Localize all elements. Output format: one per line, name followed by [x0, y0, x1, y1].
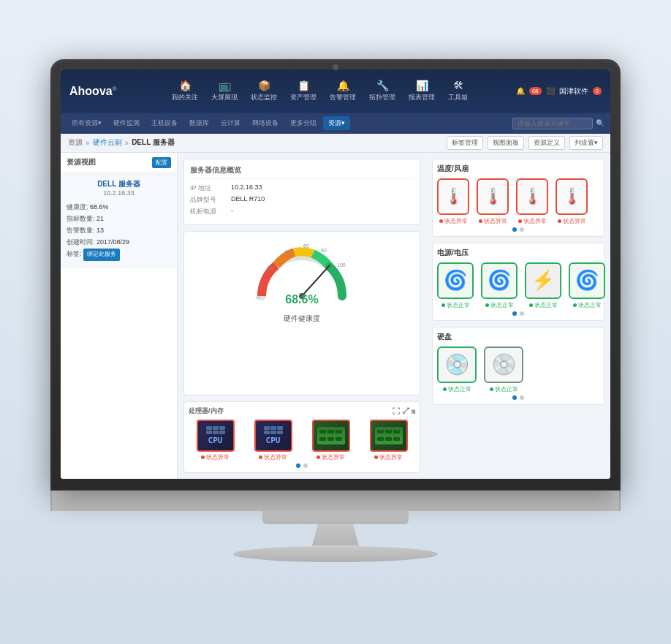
ram-item-2: 状态异常 [362, 420, 415, 461]
temperature-fan-items: 🌡️ 状态异常 🌡️ [437, 178, 599, 225]
ram-1-status: 状态异常 [316, 453, 345, 461]
sub-nav-search: 🔍 [512, 118, 604, 129]
dot-1 [296, 463, 300, 468]
sidebar-config-btn[interactable]: 配置 [152, 157, 171, 168]
dot-p2 [520, 311, 524, 316]
cpu-2-status: 状态异常 [259, 453, 287, 461]
thermo-item-4: 🌡️ 状态异常 [556, 178, 588, 225]
screen-icon-right: ⬛ [546, 87, 555, 95]
thermo-2-status: 状态异常 [479, 217, 507, 225]
fan-icon-3: 🌀 [569, 262, 605, 299]
center-panel: 服务器信息概览 IP 地址 10.2.16.33 品牌型号 DELL R710 … [178, 153, 426, 479]
sub-nav-database[interactable]: 数据库 [184, 116, 214, 130]
sidebar: 资源视图 配置 DELL 服务器 10.2.16.33 健康度: 68.6% 指… [61, 153, 178, 479]
disk-section: 硬盘 💿 状态正常 💿 [432, 327, 604, 405]
fan-1-status: 状态正常 [441, 301, 470, 309]
view-panel-btn[interactable]: 视图面板 [488, 136, 524, 150]
sub-nav-cloud[interactable]: 云计算 [216, 116, 246, 130]
nav-repair-manage[interactable]: 🔧 拓扑管理 [363, 77, 401, 105]
disk-items: 💿 状态正常 💿 状态正常 [437, 346, 599, 393]
header-right: 🔔 68 ⬛ 国津软件 0 [516, 86, 602, 96]
nav-asset-manage[interactable]: 📋 资产管理 [284, 77, 322, 105]
nav-my-focus[interactable]: 🏠 我的关注 [166, 77, 204, 105]
ram-icon-1 [312, 420, 350, 452]
processor-dots [189, 463, 415, 468]
disk-2-status: 状态正常 [490, 385, 518, 393]
svg-text:20: 20 [267, 265, 273, 270]
search-input[interactable] [512, 118, 593, 129]
nav-report-manage[interactable]: 📊 报表管理 [403, 77, 441, 105]
stat-tags: 标签: 绑定此服务 [67, 248, 171, 260]
disk-icon-2: 💿 [484, 346, 523, 383]
search-icon[interactable]: 🔍 [596, 119, 604, 127]
svg-text:60: 60 [303, 243, 309, 249]
user-badge: 0 [593, 87, 602, 95]
svg-text:100: 100 [337, 262, 346, 268]
alarm-icon: 🔔 [337, 80, 349, 91]
dot-p1 [512, 311, 517, 316]
col-settings-btn[interactable]: 列设置▾ [569, 136, 603, 150]
notification-icon[interactable]: 🔔 [516, 87, 525, 95]
nav-status-monitor[interactable]: 📦 状态监控 [245, 77, 283, 105]
expand-icon[interactable]: ⛶ ⤢ ⊞ [393, 407, 415, 415]
breadcrumb-hardware[interactable]: 硬件云副 [93, 137, 122, 148]
asset-icon: 📋 [297, 80, 310, 91]
nav-tools[interactable]: 🛠 工具箱 [442, 77, 474, 105]
tag-btn[interactable]: 绑定此服务 [83, 249, 120, 260]
disk-1-status: 状态正常 [443, 385, 471, 393]
sub-nav-host-device[interactable]: 主机设备 [146, 116, 183, 130]
monitor-screen-shell: Ahoova® 🏠 我的关注 📺 大屏展现 📦 状态监控 [50, 59, 621, 490]
fan-item-3: 🌀 状态正常 [569, 262, 605, 309]
sub-nav-more[interactable]: 更多分组 [285, 116, 322, 130]
nav-alarm-manage[interactable]: 🔔 告警管理 [324, 77, 362, 105]
sub-nav-network[interactable]: 网络设备 [247, 116, 284, 130]
thermo-icon-4: 🌡️ [556, 178, 588, 215]
gauge-label: 硬件健康度 [284, 314, 320, 324]
dot-t2 [520, 227, 524, 232]
breadcrumb-current: DELL 服务器 [132, 137, 175, 148]
ram-2-status: 状态异常 [374, 453, 403, 461]
main-content: 资源视图 配置 DELL 服务器 10.2.16.33 健康度: 68.6% 指… [61, 153, 610, 479]
health-gauge-box: 0 20 40 60 80 100 68 [183, 231, 420, 395]
thermo-icon-3: 🌡️ [516, 178, 548, 215]
power-dots [437, 311, 599, 316]
disk-item-2: 💿 状态正常 [484, 346, 523, 393]
sidebar-header: 资源视图 配置 [61, 153, 177, 173]
cpu-item-2: CPU 状态异常 [246, 420, 300, 461]
sub-nav: 所有资源▾ 硬件监测 主机设备 数据库 云计算 网络设备 更多分组 资源▾ 🔍 [61, 113, 610, 134]
dot-t1 [512, 227, 517, 232]
fan-icon-1: 🌀 [437, 262, 474, 299]
user-info: 国津软件 [559, 86, 588, 96]
power-voltage-title: 电源/电压 [437, 248, 599, 258]
monitor-base [233, 546, 438, 562]
disk-icon-1: 💿 [437, 346, 477, 383]
temperature-fan-title: 温度/风扇 [437, 164, 599, 174]
ram-icon-2 [370, 420, 408, 452]
sub-nav-all-resources[interactable]: 所有资源▾ [67, 116, 107, 130]
svg-text:0: 0 [257, 295, 259, 300]
device-name: DELL 服务器 [67, 179, 171, 189]
temperature-fan-section: 温度/风扇 🌡️ 状态异常 [432, 159, 604, 237]
right-panel: 温度/风扇 🌡️ 状态异常 [426, 153, 610, 479]
notification-badge: 68 [529, 87, 542, 95]
thermo-3-status: 状态异常 [518, 217, 547, 225]
stat-metrics: 指标数量: 21 [67, 213, 171, 224]
home-icon: 🏠 [179, 80, 192, 91]
voltage-icon-1: ⚡ [525, 262, 561, 299]
svg-text:80: 80 [321, 248, 327, 253]
processor-memory-section: 处理器/内存 ⛶ ⤢ ⊞ [183, 401, 420, 473]
label-manage-btn[interactable]: 标签管理 [447, 136, 483, 150]
cpu-icon-1: CPU [197, 420, 235, 452]
disk-title: 硬盘 [437, 332, 599, 342]
nav-large-screen[interactable]: 📺 大屏展现 [205, 77, 243, 105]
screen-icon: 📺 [219, 80, 231, 91]
sub-nav-hardware-monitor[interactable]: 硬件监测 [108, 116, 145, 130]
sub-nav-resource[interactable]: 资源▾ [323, 116, 350, 130]
report-icon: 📊 [416, 80, 428, 91]
processor-memory-title: 处理器/内存 ⛶ ⤢ ⊞ [189, 406, 415, 416]
breadcrumb-actions: 标签管理 视图面板 资源定义 列设置▾ [447, 136, 603, 150]
resource-define-btn[interactable]: 资源定义 [528, 136, 565, 150]
main-nav: 🏠 我的关注 📺 大屏展现 📦 状态监控 📋 资产管理 [130, 77, 510, 105]
app-header: Ahoova® 🏠 我的关注 📺 大屏展现 📦 状态监控 [61, 69, 610, 113]
status-icon: 📦 [258, 80, 270, 91]
